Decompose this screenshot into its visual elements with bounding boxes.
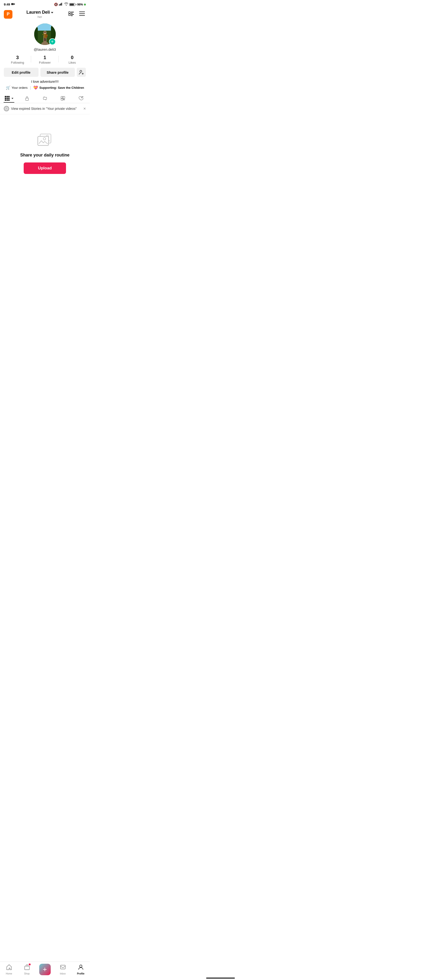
svg-marker-21 xyxy=(51,24,56,27)
svg-rect-26 xyxy=(45,38,46,41)
tab-tagged[interactable] xyxy=(54,93,72,103)
svg-rect-32 xyxy=(5,96,6,97)
grid-dropdown-icon xyxy=(11,98,13,99)
svg-rect-5 xyxy=(69,12,70,13)
p-icon[interactable]: P xyxy=(4,10,13,19)
svg-rect-8 xyxy=(71,13,73,14)
svg-rect-13 xyxy=(79,15,85,16)
svg-rect-2 xyxy=(60,4,60,6)
battery-percent: 96% xyxy=(77,3,83,6)
links-row: 🛒 Your orders | 💝 Supporting: Save the C… xyxy=(6,86,84,90)
add-photo-button[interactable]: + xyxy=(49,38,56,45)
status-bar: 9:49 🔇 xyxy=(0,0,90,8)
follower-count: 1 xyxy=(43,55,46,60)
banner-close-button[interactable]: × xyxy=(83,106,86,111)
svg-rect-40 xyxy=(8,100,10,101)
stats-row: 3 Following 1 Follower 0 Likes xyxy=(4,55,86,64)
svg-rect-6 xyxy=(69,14,70,16)
svg-rect-35 xyxy=(5,98,6,99)
edit-profile-button[interactable]: Edit profile xyxy=(4,68,38,77)
action-buttons: Edit profile Share profile xyxy=(4,68,86,77)
follower-label: Follower xyxy=(39,61,51,64)
green-dot xyxy=(84,3,86,5)
share-profile-button[interactable]: Share profile xyxy=(40,68,75,77)
story-banner-text: View expired Stories in "Your private vi… xyxy=(11,107,77,111)
supporting-label: Supporting: Save the Children xyxy=(39,86,84,89)
header-center: Lauren Deli her xyxy=(26,10,53,19)
following-label: Following xyxy=(11,61,24,64)
heart-gift-icon: 💝 xyxy=(33,86,38,90)
svg-rect-38 xyxy=(5,100,6,101)
pronoun-text: her xyxy=(38,15,42,19)
svg-rect-41 xyxy=(25,98,29,100)
battery-indicator xyxy=(69,3,76,6)
svg-rect-34 xyxy=(8,96,10,97)
svg-rect-36 xyxy=(6,98,8,99)
bio-section: I love adventure!!!! 🛒 Your orders | 💝 S… xyxy=(6,80,84,90)
tab-grid[interactable] xyxy=(0,94,18,103)
upload-button[interactable]: Upload xyxy=(24,162,66,174)
story-banner-left: View expired Stories in "Your private vi… xyxy=(4,106,77,111)
signal-icon xyxy=(59,3,63,6)
username-text: Lauren Deli xyxy=(26,10,50,15)
svg-rect-39 xyxy=(6,100,8,101)
svg-rect-27 xyxy=(42,34,44,35)
liked-icon xyxy=(78,96,84,101)
header-left[interactable]: P xyxy=(4,10,13,19)
svg-rect-3 xyxy=(60,3,61,5)
svg-rect-10 xyxy=(71,15,73,16)
wifi-icon xyxy=(64,2,68,6)
tab-repost[interactable] xyxy=(36,93,54,103)
menu-button[interactable] xyxy=(78,10,86,18)
status-icons: 🔇 xyxy=(54,2,86,6)
bio-text: I love adventure!!!! xyxy=(6,80,84,83)
status-time: 9:49 xyxy=(4,3,15,6)
link-divider: | xyxy=(30,86,31,90)
tab-private[interactable] xyxy=(18,93,36,103)
follower-stat[interactable]: 1 Follower xyxy=(31,55,58,64)
user-handle: @lauren.deli3 xyxy=(34,48,56,51)
upload-icon xyxy=(4,106,9,111)
svg-point-29 xyxy=(80,70,82,72)
svg-rect-0 xyxy=(11,3,14,5)
svg-rect-9 xyxy=(71,14,74,15)
following-stat[interactable]: 3 Following xyxy=(4,55,31,64)
repost-icon xyxy=(42,96,48,101)
svg-rect-4 xyxy=(61,3,62,6)
avatar-container[interactable]: + xyxy=(34,24,56,45)
supporting-link[interactable]: 💝 Supporting: Save the Children xyxy=(33,86,84,90)
following-count: 3 xyxy=(16,55,19,60)
tab-liked[interactable] xyxy=(72,93,90,103)
svg-marker-19 xyxy=(34,24,38,28)
mute-icon: 🔇 xyxy=(54,3,58,6)
lock-icon xyxy=(24,96,30,101)
svg-rect-7 xyxy=(71,12,74,13)
header: P Lauren Deli her xyxy=(0,8,90,21)
creator-tools-button[interactable] xyxy=(67,10,75,19)
chevron-down-icon xyxy=(51,12,53,13)
likes-label: Likes xyxy=(69,61,76,64)
empty-icon xyxy=(35,129,54,148)
svg-rect-11 xyxy=(79,11,85,12)
svg-rect-1 xyxy=(59,5,60,5)
story-banner: View expired Stories in "Your private vi… xyxy=(0,103,90,115)
likes-count: 0 xyxy=(71,55,73,60)
orders-link[interactable]: 🛒 Your orders xyxy=(6,86,28,90)
profile-section: + @lauren.deli3 3 Following 1 Follower 0… xyxy=(0,21,90,90)
svg-rect-51 xyxy=(38,136,49,145)
cart-icon: 🛒 xyxy=(6,86,11,90)
tagged-icon xyxy=(60,96,65,101)
svg-rect-12 xyxy=(79,13,85,14)
username-dropdown[interactable]: Lauren Deli xyxy=(26,10,53,15)
svg-line-47 xyxy=(82,97,82,98)
svg-rect-37 xyxy=(8,98,10,99)
empty-state: Share your daily routine Upload xyxy=(0,115,90,183)
empty-title: Share your daily routine xyxy=(20,153,69,158)
tabs-row xyxy=(0,93,90,103)
svg-rect-24 xyxy=(46,34,48,38)
svg-rect-28 xyxy=(46,35,48,36)
likes-stat[interactable]: 0 Likes xyxy=(59,55,86,64)
orders-label: Your orders xyxy=(12,86,28,89)
add-friend-button[interactable] xyxy=(77,68,86,77)
svg-rect-18 xyxy=(34,28,38,40)
